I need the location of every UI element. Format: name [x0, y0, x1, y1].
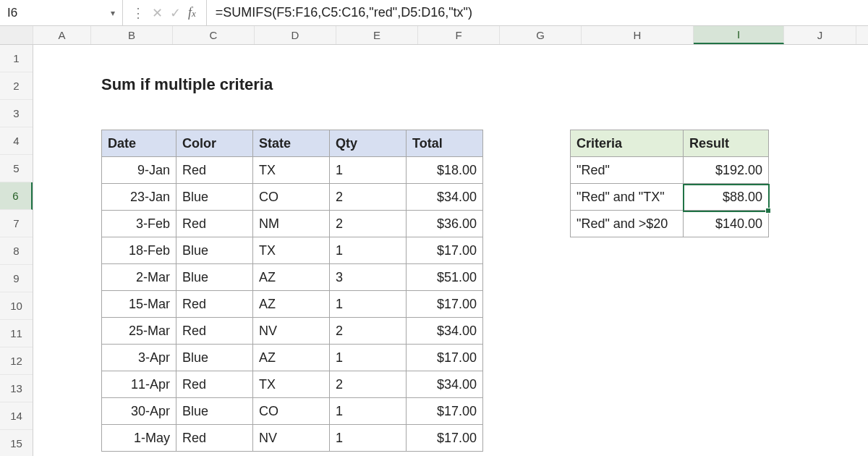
cell-total[interactable]: $17.00	[407, 291, 483, 318]
cell-state[interactable]: NV	[253, 425, 330, 452]
cell-criteria[interactable]: "Red" and >$20	[571, 211, 684, 237]
chevron-down-icon[interactable]: ▾	[111, 8, 115, 18]
cell-color[interactable]: Red	[176, 425, 253, 452]
cell-result[interactable]: $192.00	[684, 157, 769, 184]
header-total[interactable]: Total	[407, 130, 483, 157]
enter-icon[interactable]: ✓	[170, 5, 181, 21]
cell-qty[interactable]: 1	[330, 398, 407, 425]
cell-date[interactable]: 3-Apr	[102, 345, 176, 371]
cell-result[interactable]: $140.00	[684, 211, 769, 237]
cell-color[interactable]: Red	[176, 318, 253, 345]
row-header-1[interactable]: 1	[0, 45, 33, 72]
row-header-10[interactable]: 10	[0, 292, 33, 320]
col-header-h[interactable]: H	[582, 26, 694, 44]
cell-state[interactable]: NM	[253, 211, 330, 237]
cell-state[interactable]: TX	[253, 237, 330, 264]
cell-date[interactable]: 2-Mar	[102, 264, 176, 291]
row-header-15[interactable]: 15	[0, 430, 33, 456]
cell-state[interactable]: CO	[253, 184, 330, 211]
row-header-11[interactable]: 11	[0, 320, 33, 347]
drag-handle-icon[interactable]: ⋮	[132, 5, 145, 21]
cell-qty[interactable]: 1	[330, 157, 407, 184]
cell-total[interactable]: $17.00	[407, 345, 483, 371]
cell-state[interactable]: NV	[253, 318, 330, 345]
row-header-14[interactable]: 14	[0, 402, 33, 430]
cell-color[interactable]: Blue	[176, 237, 253, 264]
cell-total[interactable]: $17.00	[407, 425, 483, 452]
cell-total[interactable]: $36.00	[407, 211, 483, 237]
header-state[interactable]: State	[253, 130, 330, 157]
formula-input[interactable]: =SUMIFS(F5:F16,C5:C16,"red",D5:D16,"tx")	[207, 5, 481, 20]
cell-total[interactable]: $18.00	[407, 157, 483, 184]
cell-state[interactable]: TX	[253, 371, 330, 398]
cell-qty[interactable]: 2	[330, 184, 407, 211]
cell-state[interactable]: AZ	[253, 345, 330, 371]
cell-criteria[interactable]: "Red"	[571, 157, 684, 184]
header-criteria[interactable]: Criteria	[571, 130, 684, 157]
cell-qty[interactable]: 2	[330, 318, 407, 345]
cell-color[interactable]: Blue	[176, 184, 253, 211]
cell-date[interactable]: 18-Feb	[102, 237, 176, 264]
col-header-d[interactable]: D	[255, 26, 336, 44]
cell-result[interactable]: $88.00	[684, 184, 769, 211]
cell-qty[interactable]: 3	[330, 264, 407, 291]
cell-color[interactable]: Blue	[176, 345, 253, 371]
col-header-i[interactable]: I	[694, 26, 784, 44]
cell-qty[interactable]: 2	[330, 211, 407, 237]
row-header-2[interactable]: 2	[0, 72, 33, 100]
col-header-e[interactable]: E	[336, 26, 418, 44]
row-header-4[interactable]: 4	[0, 127, 33, 155]
cell-date[interactable]: 30-Apr	[102, 398, 176, 425]
header-qty[interactable]: Qty	[330, 130, 407, 157]
cell-color[interactable]: Red	[176, 371, 253, 398]
cell-state[interactable]: AZ	[253, 264, 330, 291]
cell-total[interactable]: $34.00	[407, 184, 483, 211]
cell-state[interactable]: CO	[253, 398, 330, 425]
cell-date[interactable]: 15-Mar	[102, 291, 176, 318]
header-color[interactable]: Color	[176, 130, 253, 157]
cell-date[interactable]: 25-Mar	[102, 318, 176, 345]
select-all-corner[interactable]	[0, 26, 33, 44]
col-header-b[interactable]: B	[91, 26, 173, 44]
cell-total[interactable]: $34.00	[407, 371, 483, 398]
cell-qty[interactable]: 1	[330, 291, 407, 318]
cell-date[interactable]: 23-Jan	[102, 184, 176, 211]
cell-color[interactable]: Red	[176, 211, 253, 237]
cell-total[interactable]: $34.00	[407, 318, 483, 345]
col-header-j[interactable]: J	[784, 26, 856, 44]
cell-qty[interactable]: 1	[330, 425, 407, 452]
cell-qty[interactable]: 2	[330, 371, 407, 398]
worksheet-area[interactable]: Sum if multiple criteria Date Color Stat…	[33, 45, 868, 456]
name-box[interactable]: I6 ▾	[0, 0, 123, 25]
cell-state[interactable]: TX	[253, 157, 330, 184]
cell-criteria[interactable]: "Red" and "TX"	[571, 184, 684, 211]
cell-state[interactable]: AZ	[253, 291, 330, 318]
col-header-a[interactable]: A	[33, 26, 91, 44]
row-header-12[interactable]: 12	[0, 347, 33, 375]
row-header-8[interactable]: 8	[0, 237, 33, 265]
cell-date[interactable]: 9-Jan	[102, 157, 176, 184]
row-header-7[interactable]: 7	[0, 210, 33, 237]
col-header-f[interactable]: F	[418, 26, 500, 44]
row-header-13[interactable]: 13	[0, 375, 33, 402]
cell-date[interactable]: 3-Feb	[102, 211, 176, 237]
header-date[interactable]: Date	[102, 130, 176, 157]
fx-icon[interactable]: fx	[188, 5, 197, 20]
cell-color[interactable]: Red	[176, 291, 253, 318]
col-header-c[interactable]: C	[173, 26, 255, 44]
cell-color[interactable]: Blue	[176, 264, 253, 291]
row-header-6[interactable]: 6	[0, 182, 33, 210]
cell-total[interactable]: $17.00	[407, 398, 483, 425]
cell-total[interactable]: $51.00	[407, 264, 483, 291]
cell-qty[interactable]: 1	[330, 345, 407, 371]
cell-date[interactable]: 1-May	[102, 425, 176, 452]
cancel-icon[interactable]: ✕	[152, 5, 163, 21]
row-header-5[interactable]: 5	[0, 155, 33, 182]
cell-total[interactable]: $17.00	[407, 237, 483, 264]
row-header-3[interactable]: 3	[0, 100, 33, 127]
col-header-g[interactable]: G	[500, 26, 582, 44]
cell-color[interactable]: Blue	[176, 398, 253, 425]
cell-date[interactable]: 11-Apr	[102, 371, 176, 398]
cell-qty[interactable]: 1	[330, 237, 407, 264]
cell-color[interactable]: Red	[176, 157, 253, 184]
